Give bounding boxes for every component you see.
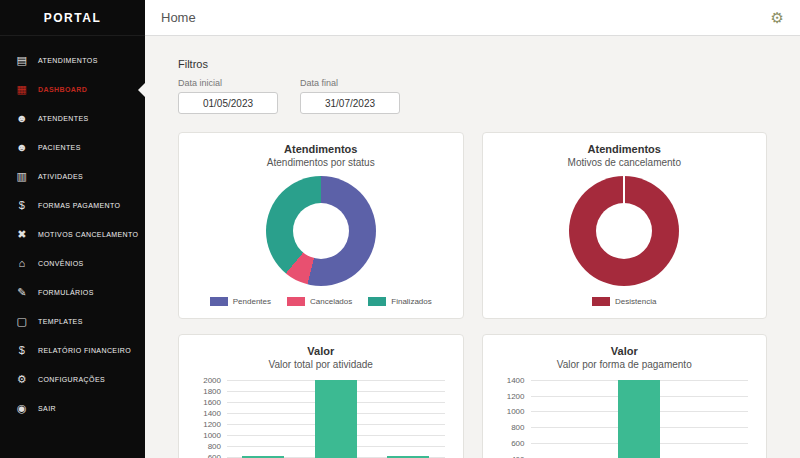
- chart-legend: PendentesCanceladosFinalizados: [191, 297, 451, 306]
- form-icon: ✎: [15, 287, 29, 298]
- sidebar-item-label: ATENDENTES: [38, 115, 89, 122]
- sidebar-item-label: CONVÊNIOS: [38, 260, 84, 267]
- sidebar-item-label: ATENDIMENTOS: [38, 57, 98, 64]
- sidebar-item-templates[interactable]: ▢TEMPLATES: [0, 307, 145, 336]
- start-date-field-group: Data inicial: [178, 78, 278, 114]
- payment-icon: $: [15, 200, 29, 211]
- sidebar-item-formas-pagamento[interactable]: $FORMAS PAGAMENTO: [0, 191, 145, 220]
- legend-item-pendentes[interactable]: Pendentes: [210, 297, 271, 306]
- y-axis-tick: 1200: [193, 420, 221, 429]
- tasks-icon: ▥: [15, 171, 29, 182]
- page-title: Home: [161, 10, 196, 25]
- bar-chart: 200018001600140012001000800600400200: [227, 380, 445, 458]
- sidebar-item-label: FORMULÁRIOS: [38, 289, 94, 296]
- y-axis-tick: 1800: [193, 387, 221, 396]
- donut: [569, 176, 679, 286]
- topbar: Home ⚙: [145, 0, 800, 36]
- legend-swatch: [368, 297, 386, 306]
- donut-hole: [293, 203, 349, 259]
- sidebar-item-convenios[interactable]: ⌂CONVÊNIOS: [0, 249, 145, 278]
- sidebar-item-label: RELATÓRIO FINANCEIRO: [38, 347, 131, 354]
- bar: [618, 380, 660, 458]
- filter-fields: Data inicial Data final: [178, 78, 767, 114]
- filters-title: Filtros: [178, 58, 767, 70]
- y-axis-tick: 2000: [193, 376, 221, 385]
- y-axis-tick: 1600: [193, 398, 221, 407]
- chart-title: Valor: [191, 345, 451, 357]
- sidebar: PORTAL ▤ATENDIMENTOS▦DASHBOARD☻ATENDENTE…: [0, 0, 145, 458]
- donut: [266, 176, 376, 286]
- sidebar-item-label: CONFIGURAÇÕES: [38, 376, 105, 383]
- brand: PORTAL: [0, 0, 145, 36]
- chart-title: Atendimentos: [495, 143, 755, 155]
- dashboard-icon: ▦: [15, 84, 29, 95]
- donut-chart: [495, 176, 755, 286]
- content: Filtros Data inicial Data final Atendime…: [145, 36, 800, 458]
- finance-report-icon: $: [15, 345, 29, 356]
- bar-chart: 140012001000800600400200: [531, 380, 749, 458]
- y-axis-tick: 1400: [497, 376, 525, 385]
- chart-card-valor-total-por-atividade: ValorValor total por atividade2000180016…: [178, 334, 464, 458]
- users-icon: ☻: [15, 142, 29, 153]
- sidebar-item-label: SAIR: [38, 405, 56, 412]
- bar: [315, 380, 357, 458]
- y-axis-tick: 400: [497, 455, 525, 458]
- y-axis-tick: 800: [193, 442, 221, 451]
- chart-title: Atendimentos: [191, 143, 451, 155]
- sidebar-item-relatorio-financeiro[interactable]: $RELATÓRIO FINANCEIRO: [0, 336, 145, 365]
- bank-icon: ⌂: [15, 258, 29, 269]
- sidebar-item-dashboard[interactable]: ▦DASHBOARD: [0, 75, 145, 104]
- legend-item-cancelados[interactable]: Cancelados: [287, 297, 352, 306]
- sidebar-item-label: FORMAS PAGAMENTO: [38, 202, 120, 209]
- legend-swatch: [592, 297, 610, 306]
- sidebar-item-formularios[interactable]: ✎FORMULÁRIOS: [0, 278, 145, 307]
- start-date-label: Data inicial: [178, 78, 278, 88]
- chart-title: Valor: [495, 345, 755, 357]
- y-axis-tick: 600: [497, 439, 525, 448]
- legend-label: Finalizados: [391, 297, 431, 306]
- sidebar-nav: ▤ATENDIMENTOS▦DASHBOARD☻ATENDENTES☻PACIE…: [0, 36, 145, 423]
- settings-gear-icon[interactable]: ⚙: [771, 10, 784, 25]
- y-axis-tick: 600: [193, 453, 221, 458]
- sidebar-item-atendentes[interactable]: ☻ATENDENTES: [0, 104, 145, 133]
- sidebar-item-label: PACIENTES: [38, 144, 81, 151]
- start-date-input[interactable]: [178, 92, 278, 114]
- sidebar-item-atividades[interactable]: ▥ATIVIDADES: [0, 162, 145, 191]
- app-root: PORTAL ▤ATENDIMENTOS▦DASHBOARD☻ATENDENTE…: [0, 0, 800, 458]
- chart-legend: Desistencia: [495, 297, 755, 306]
- chart-card-valor-por-forma-de-pagamento: ValorValor por forma de pagamento1400120…: [482, 334, 768, 458]
- legend-swatch: [287, 297, 305, 306]
- gear-icon: ⚙: [15, 374, 29, 385]
- y-axis-tick: 1000: [497, 407, 525, 416]
- sidebar-item-label: MOTIVOS CANCELAMENTO: [38, 231, 138, 238]
- legend-label: Cancelados: [310, 297, 352, 306]
- end-date-field-group: Data final: [300, 78, 400, 114]
- y-axis-tick: 1200: [497, 392, 525, 401]
- sidebar-item-label: DASHBOARD: [38, 86, 87, 93]
- end-date-input[interactable]: [300, 92, 400, 114]
- donut-chart: [191, 176, 451, 286]
- sidebar-item-sair[interactable]: ◉SAIR: [0, 394, 145, 423]
- charts-grid: AtendimentosAtendimentos por statusPende…: [178, 132, 767, 458]
- legend-item-desistencia[interactable]: Desistencia: [592, 297, 656, 306]
- chart-subtitle: Valor total por atividade: [191, 359, 451, 370]
- sidebar-item-pacientes[interactable]: ☻PACIENTES: [0, 133, 145, 162]
- y-axis-tick: 800: [497, 423, 525, 432]
- sidebar-item-motivos-cancelamento[interactable]: ✖MOTIVOS CANCELAMENTO: [0, 220, 145, 249]
- sidebar-item-label: ATIVIDADES: [38, 173, 83, 180]
- chart-subtitle: Atendimentos por status: [191, 157, 451, 168]
- filters-section: Filtros Data inicial Data final: [178, 58, 767, 114]
- sidebar-item-label: TEMPLATES: [38, 318, 83, 325]
- end-date-label: Data final: [300, 78, 400, 88]
- y-axis-tick: 1000: [193, 431, 221, 440]
- sidebar-item-atendimentos[interactable]: ▤ATENDIMENTOS: [0, 46, 145, 75]
- y-axis-tick: 1400: [193, 409, 221, 418]
- main-area: Home ⚙ Filtros Data inicial Data final A…: [145, 0, 800, 458]
- legend-swatch: [210, 297, 228, 306]
- chart-subtitle: Valor por forma de pagamento: [495, 359, 755, 370]
- legend-item-finalizados[interactable]: Finalizados: [368, 297, 431, 306]
- sidebar-item-configuracoes[interactable]: ⚙CONFIGURAÇÕES: [0, 365, 145, 394]
- template-icon: ▢: [15, 316, 29, 327]
- legend-label: Desistencia: [615, 297, 656, 306]
- power-icon: ◉: [15, 403, 29, 414]
